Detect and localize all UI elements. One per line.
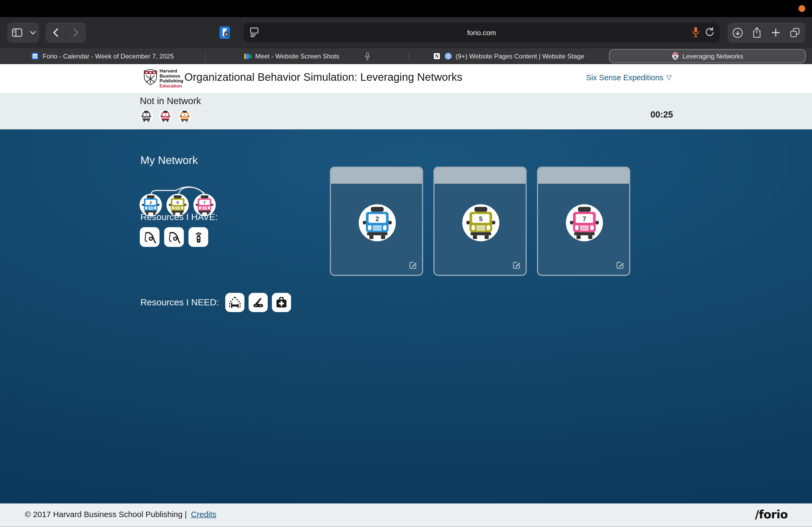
logo-line: Publishing bbox=[160, 79, 184, 84]
svg-text:7: 7 bbox=[204, 200, 206, 205]
not-in-network-bus-4[interactable]: 4 bbox=[140, 110, 153, 123]
resource-tile-fishing-rod[interactable] bbox=[140, 227, 160, 247]
not-in-network-bus-1[interactable]: 1 bbox=[159, 110, 172, 123]
first-aid-kit-icon bbox=[274, 296, 288, 310]
tab-bar: 31 Forio - Calendar - Week of December 7… bbox=[0, 48, 812, 64]
url-text[interactable]: forio.com bbox=[243, 29, 720, 36]
address-bar[interactable]: forio.com bbox=[243, 23, 720, 42]
google-calendar-icon: 31 bbox=[31, 52, 39, 60]
tab-mic-icon bbox=[365, 52, 370, 60]
edit-card-button[interactable] bbox=[511, 260, 521, 270]
nav-button-group bbox=[46, 22, 86, 43]
resource-tile-first-aid-kit[interactable] bbox=[272, 293, 291, 312]
harvard-shield-icon bbox=[671, 52, 679, 61]
countdown-timer: 00:25 bbox=[650, 110, 673, 120]
chevron-down-icon bbox=[30, 31, 35, 34]
svg-text:5: 5 bbox=[176, 200, 178, 205]
status-bar: Not in Network 4 1 bbox=[0, 93, 812, 129]
extension-icon bbox=[219, 26, 231, 39]
member-card-bus-badge: 2 bbox=[359, 204, 396, 242]
reload-icon bbox=[705, 27, 715, 37]
password-extension-button[interactable] bbox=[217, 25, 233, 41]
resources-need-row: Resources I NEED: bbox=[141, 293, 291, 312]
resources-have-tiles bbox=[140, 227, 208, 247]
bus-icon: 5 bbox=[462, 204, 500, 242]
new-tab-icon bbox=[771, 28, 781, 37]
download-icon bbox=[733, 27, 743, 38]
copyright-text: © 2017 Harvard Business School Publishin… bbox=[25, 510, 187, 519]
nav-divider bbox=[66, 27, 66, 38]
hbp-logo: Harvard Business Publishing Education bbox=[143, 69, 183, 88]
team-dropdown-icon: ▽ bbox=[666, 74, 671, 81]
edit-icon bbox=[511, 260, 521, 270]
page-title: Organizational Behavior Simulation: Leve… bbox=[185, 71, 463, 83]
not-in-network-label: Not in Network bbox=[140, 96, 201, 107]
team-selector-label: Six Sense Expeditions bbox=[586, 73, 664, 82]
resource-tile-pocket-knife[interactable] bbox=[248, 293, 267, 312]
credits-link[interactable]: Credits bbox=[191, 510, 216, 519]
logo-line-education: Education bbox=[160, 84, 184, 88]
downloads-button[interactable] bbox=[729, 22, 747, 43]
not-in-network-bus-3[interactable]: 3 bbox=[178, 110, 191, 123]
pocket-knife-icon bbox=[251, 296, 265, 310]
tab-label: Leveraging Networks bbox=[682, 52, 743, 60]
svg-text:1: 1 bbox=[165, 114, 166, 116]
member-card-name-bar bbox=[331, 168, 422, 184]
tab-website-pages[interactable]: N (9+) Website Pages Content | Website S… bbox=[409, 48, 608, 64]
svg-text:2: 2 bbox=[375, 215, 379, 223]
forio-logo: /forio bbox=[755, 508, 787, 521]
dictation-button[interactable] bbox=[692, 26, 700, 37]
svg-text:5: 5 bbox=[479, 215, 482, 223]
bus-icon: 3 bbox=[178, 110, 191, 123]
tab-overview-icon bbox=[790, 27, 800, 38]
bus-icon: 7 bbox=[566, 204, 603, 242]
svg-text:31: 31 bbox=[33, 55, 37, 58]
sidebar-menu-button[interactable] bbox=[27, 22, 38, 43]
sidebar-toggle-button[interactable] bbox=[8, 22, 26, 43]
not-in-network-buses: 4 1 3 bbox=[140, 110, 191, 123]
resource-tile-fishing-rod[interactable] bbox=[164, 227, 184, 247]
member-card-name-bar bbox=[434, 168, 525, 184]
resource-tile-tent-bed[interactable] bbox=[225, 293, 244, 312]
bus-icon: 4 bbox=[140, 110, 153, 123]
screen: forio.com bbox=[0, 0, 812, 527]
browser-toolbar: forio.com bbox=[0, 17, 812, 48]
recording-indicator-dot[interactable] bbox=[799, 5, 805, 12]
svg-text:N: N bbox=[435, 54, 438, 59]
my-network-label: My Network bbox=[141, 154, 198, 167]
team-selector[interactable]: Six Sense Expeditions ▽ bbox=[586, 73, 672, 82]
macos-menubar bbox=[0, 0, 812, 17]
forward-button[interactable] bbox=[67, 22, 85, 43]
edit-card-button[interactable] bbox=[408, 260, 418, 270]
cards-row: 2 5 bbox=[330, 167, 630, 276]
member-card-bus-7[interactable]: 7 bbox=[537, 167, 630, 276]
tab-forio-calendar[interactable]: 31 Forio - Calendar - Week of December 7… bbox=[0, 48, 205, 64]
bus-icon: 2 bbox=[359, 204, 396, 242]
tent-bed-icon bbox=[228, 296, 242, 310]
fishing-rod-icon bbox=[167, 230, 181, 244]
resources-need-tiles bbox=[225, 293, 291, 312]
fishing-rod-icon bbox=[143, 230, 157, 244]
tab-label: (9+) Website Pages Content | Website Sta… bbox=[456, 52, 584, 60]
page-content: Harvard Business Publishing Education Or… bbox=[0, 64, 812, 527]
sat-phone-icon bbox=[191, 230, 205, 244]
tab-overview-button[interactable] bbox=[786, 22, 804, 43]
notion-icon: N bbox=[433, 52, 441, 60]
simulation-canvas: My Network 2 5 bbox=[0, 129, 812, 503]
back-button[interactable] bbox=[47, 22, 64, 43]
member-card-bus-2[interactable]: 2 bbox=[330, 167, 423, 276]
edit-icon bbox=[615, 260, 625, 270]
sidebar-button-group bbox=[7, 22, 40, 43]
svg-text:3: 3 bbox=[184, 114, 185, 116]
tab-meet[interactable]: Meet - Website Screen Shots bbox=[206, 48, 409, 64]
member-card-bus-5[interactable]: 5 bbox=[433, 167, 526, 276]
edit-icon bbox=[408, 260, 418, 270]
tab-leveraging-networks-active[interactable]: Leveraging Networks bbox=[609, 49, 806, 63]
share-button[interactable] bbox=[748, 22, 766, 43]
reload-button[interactable] bbox=[705, 27, 715, 37]
member-card-name-bar bbox=[538, 168, 629, 184]
resource-tile-sat-phone[interactable] bbox=[188, 227, 208, 247]
new-tab-button[interactable] bbox=[767, 22, 785, 43]
edit-card-button[interactable] bbox=[615, 260, 625, 270]
simulation-header: Harvard Business Publishing Education Or… bbox=[0, 64, 812, 93]
